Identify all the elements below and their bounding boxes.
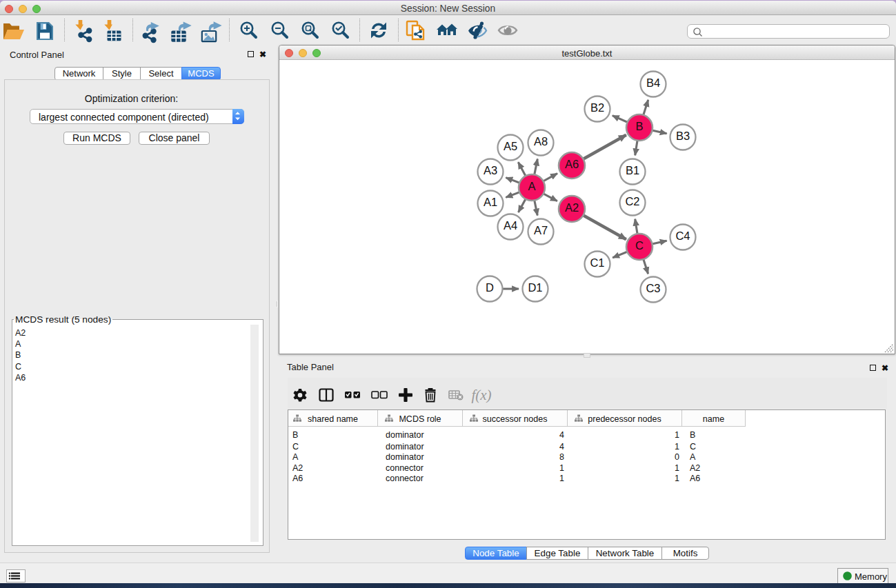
- svg-text:C3: C3: [646, 282, 660, 294]
- svg-text:A3: A3: [484, 164, 497, 176]
- svg-text:D: D: [486, 281, 494, 294]
- svg-text:A: A: [528, 180, 535, 192]
- svg-text:A1: A1: [484, 196, 497, 208]
- svg-text:B4: B4: [646, 77, 660, 89]
- svg-text:A7: A7: [534, 224, 548, 236]
- svg-text:B3: B3: [676, 130, 690, 142]
- svg-text:D1: D1: [528, 281, 542, 294]
- svg-text:A2: A2: [565, 201, 579, 214]
- svg-text:A5: A5: [504, 140, 517, 152]
- svg-text:A6: A6: [565, 158, 579, 170]
- svg-text:C2: C2: [625, 195, 639, 207]
- svg-text:f(x): f(x): [471, 387, 491, 403]
- svg-text:C4: C4: [675, 230, 690, 242]
- svg-text:B2: B2: [590, 101, 604, 114]
- svg-text:B1: B1: [626, 164, 639, 176]
- svg-text:A4: A4: [504, 219, 517, 232]
- svg-text:C1: C1: [590, 256, 604, 269]
- svg-text:C: C: [635, 239, 644, 252]
- svg-text:A8: A8: [534, 135, 548, 148]
- svg-text:B: B: [635, 120, 643, 132]
